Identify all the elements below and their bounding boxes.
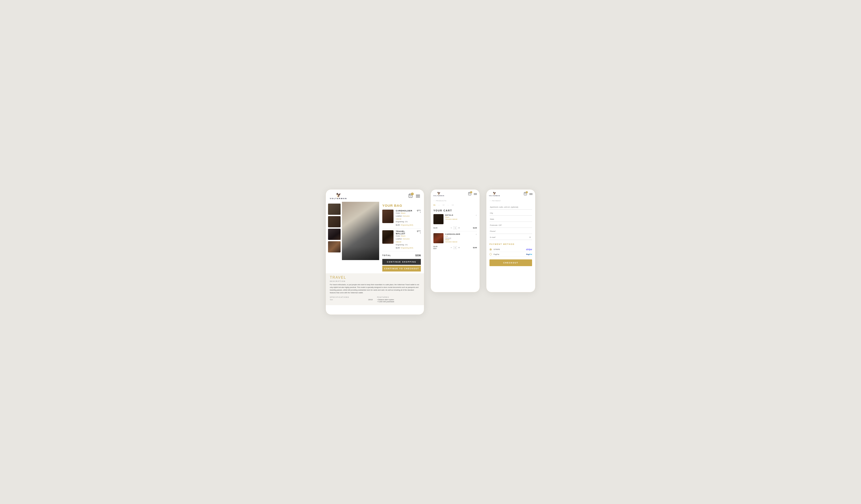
cart-menu-button[interactable]	[474, 193, 477, 195]
cart-logo-bird-icon: 🦅	[437, 192, 441, 195]
cart-item-2-details: TRAVEL WALLET Color: Black Leather: Genu…	[396, 230, 415, 249]
qty-val-2: 1	[417, 232, 421, 234]
stripe-label: STRIPE	[493, 248, 500, 250]
paypal-radio[interactable]	[490, 253, 492, 255]
payment-option-stripe[interactable]: STRIPE stripe	[490, 247, 532, 252]
qty-increase-2[interactable]: +	[458, 246, 460, 249]
checkout-menu-button[interactable]	[529, 193, 533, 195]
qty-decrease-1[interactable]: −	[451, 227, 452, 229]
hamburger-line-2	[416, 196, 420, 196]
step-3[interactable]: 03	[452, 204, 454, 206]
cart-divider-2	[382, 251, 421, 251]
cart-item-1-engraving: Engraving: J.S.	[396, 220, 415, 223]
stripe-radio[interactable]	[490, 248, 492, 251]
back-to-payment-link[interactable]: ← PAYMENT	[490, 200, 501, 202]
logo[interactable]: 🦅 VOLTERMAN	[330, 193, 347, 200]
cart-item-1-price: $149 +Engraving ($19)	[396, 224, 415, 226]
cart-button[interactable]: 0	[408, 193, 413, 199]
email-field[interactable]	[490, 235, 532, 240]
cart-items-section: YOUR CART BIFOLD Black Genuine natural ×…	[431, 208, 480, 251]
qty-decrease-2[interactable]: −	[451, 246, 452, 249]
cart-title-highlight: YOUR	[434, 209, 442, 212]
step-1[interactable]: 01	[434, 204, 435, 206]
total-price: $336	[415, 254, 421, 257]
checkout-logo[interactable]: 🦅 VOLTERMAN	[489, 192, 500, 196]
thumbnail-4[interactable]	[328, 241, 341, 253]
cart-product-2-price: $149	[434, 245, 437, 247]
specifications-col: SPECIFICATIONS Size 19X19	[330, 296, 373, 303]
cart-badge: 0	[411, 193, 414, 195]
cart-logo[interactable]: 🦅 VOLTERMAN	[434, 192, 445, 196]
product-area: YOUR BAG CARDHOLDER Color: Black Leather…	[326, 202, 424, 273]
qty-label-2: QTY	[417, 230, 421, 232]
cart-item-1-leather: Leather: Genuine natural	[396, 215, 415, 221]
cart-item-1-color: Color: Black	[396, 212, 415, 215]
qty-increase-1[interactable]: +	[458, 227, 460, 229]
cart-item-2: TRAVEL WALLET Color: Black Leather: Genu…	[382, 230, 421, 249]
cart-product-2-color: Black	[445, 239, 477, 241]
cart-product-2-remove[interactable]: Remove	[445, 237, 477, 239]
thumbnail-2[interactable]	[328, 216, 341, 227]
bag-title-highlight: YOUR	[382, 204, 393, 207]
cart-item-2-price: $149 +Engraving ($19)	[396, 247, 415, 249]
thumbnail-1[interactable]	[328, 204, 341, 215]
header: 🦅 VOLTERMAN 0	[326, 189, 424, 202]
cart-product-1: BIFOLD Black Genuine natural ×	[434, 214, 477, 224]
postcode-field[interactable]	[490, 223, 532, 228]
checkout-cart-badge: 0	[526, 191, 528, 193]
features-col: FEATURES • Distance alarm system + 5,000…	[377, 296, 420, 303]
cart-item-2-name: TRAVEL WALLET	[396, 230, 415, 235]
cart-header: 🦅 VOLTERMAN 0	[431, 189, 480, 198]
cart-product-2-details: CARDHOLDER J.S Remove Black Genuine natu…	[445, 233, 477, 243]
engraving-extra: +Engraving ($19)	[400, 224, 413, 226]
cart-item-2-image	[382, 230, 394, 244]
email-field-wrap: ▼	[490, 235, 532, 241]
cart-title-rest: CART	[442, 209, 452, 212]
state-field[interactable]	[490, 217, 532, 222]
city-field[interactable]	[490, 211, 532, 216]
bag-title: YOUR BAG	[382, 204, 421, 207]
cart-product-1-leather: Genuine natural	[445, 218, 477, 220]
cart-product-1-remove-x[interactable]: ×	[476, 214, 477, 217]
cart-cart-button[interactable]: 0	[468, 192, 472, 196]
continue-shopping-button[interactable]: CONTINUE SHOPPING	[382, 259, 421, 265]
feature-1: • Distance alarm system	[377, 299, 420, 300]
feature-2: + 5,000 mAh powerbank	[377, 301, 420, 302]
cart-brand-name: VOLTERMAN	[434, 195, 445, 196]
back-link-area: ← PRODUCTS	[431, 198, 480, 203]
menu-button[interactable]	[416, 195, 420, 197]
checkout-cart-button[interactable]: 0	[523, 192, 527, 196]
thumbnail-3[interactable]	[328, 229, 341, 240]
cart-cart-badge: 0	[470, 191, 472, 193]
price-val-2: $149	[396, 247, 400, 249]
continue-checkout-button[interactable]: CONTINUE YO CHECKOUT	[382, 266, 421, 272]
step-divider-2: —	[447, 204, 449, 206]
cart-product-2: CARDHOLDER J.S Remove Black Genuine natu…	[434, 233, 477, 243]
description-label: DESCRIPTION	[330, 281, 420, 282]
cart-divider-1	[382, 228, 421, 229]
phone-field[interactable]	[490, 229, 532, 234]
checkout-button[interactable]: CHECKOUT	[490, 259, 532, 266]
cart-item-1-qty: QTY 1	[417, 209, 421, 213]
specs-features-row: SPECIFICATIONS Size 19X19 FEATURES • Dis…	[330, 296, 420, 303]
apartment-field[interactable]	[490, 205, 532, 209]
qty-value-1: 1	[453, 227, 457, 229]
engraving-val-2: J.S.	[405, 244, 408, 246]
product-main-image	[342, 202, 379, 260]
cart-item-1-name: CARDHOLDER	[396, 209, 415, 212]
checkout-header-icons: 0	[523, 192, 533, 196]
email-dropdown-icon[interactable]: ▼	[529, 236, 531, 239]
payment-method-title: PAYMENT METHOD	[490, 243, 532, 245]
cart-product-1-image	[434, 214, 443, 224]
cart-product-2-prices: $149 $19	[434, 245, 437, 249]
total-label: TOTAL	[382, 254, 391, 257]
payment-option-paypal[interactable]: PayPal PayPal	[490, 252, 532, 257]
step-2[interactable]: 02	[442, 204, 445, 206]
cart-product-1-qty-control: − 1 +	[451, 227, 460, 229]
cart-product-2-remove-x[interactable]: ×	[476, 233, 477, 236]
device-checkout: 🦅 VOLTERMAN 0	[486, 189, 535, 292]
engraving-label-2: Engraving:	[396, 244, 404, 246]
qty-val: 1	[417, 211, 421, 213]
product-title: TRAVEL	[330, 275, 420, 280]
back-to-products-link[interactable]: ← PRODUCTS	[434, 200, 447, 202]
